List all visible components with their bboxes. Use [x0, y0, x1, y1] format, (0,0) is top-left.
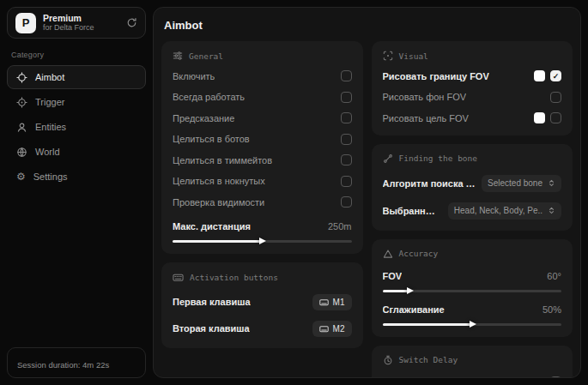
general-card-header: General — [173, 51, 352, 61]
toggle-label: Целиться в ботов — [173, 134, 250, 144]
draw-fov-border-label: Рисовать границу FOV — [383, 71, 489, 81]
selected-bones-value: Head, Neck, Body, Pe.. — [454, 206, 543, 215]
visual-card-header: Visual — [383, 51, 562, 61]
keybind-value: M2 — [333, 324, 345, 334]
second-keybind-button[interactable]: M2 — [312, 321, 352, 337]
sidebar-item-label: World — [35, 147, 60, 157]
slider-thumb[interactable] — [259, 238, 266, 244]
switch-delay-card: Switch Delay Задержка переключения Задер… — [372, 346, 573, 379]
draw-fov-border-row: Рисовать границу FOV — [383, 70, 562, 82]
smoothing-value: 50% — [543, 304, 561, 315]
sidebar-item-aimbot[interactable]: Aimbot — [7, 65, 146, 89]
toggle-row-prediction: Предсказание — [173, 112, 352, 124]
slider-fill — [383, 323, 472, 326]
triangle-icon — [383, 249, 393, 259]
target-knocked-checkbox[interactable] — [341, 176, 352, 187]
trigger-icon — [16, 97, 27, 108]
target-teammates-checkbox[interactable] — [341, 154, 352, 165]
keyboard-icon — [319, 298, 329, 307]
session-duration-label: Session duration: 4m 22s — [17, 360, 109, 370]
draw-fov-border-checkbox[interactable] — [550, 70, 561, 81]
prediction-checkbox[interactable] — [341, 112, 352, 123]
toggle-label: Включить — [173, 71, 215, 81]
general-card-title: General — [189, 51, 223, 61]
brand-subtitle: for Delta Force — [43, 23, 94, 32]
main-panel: Aimbot General — [153, 7, 581, 378]
timer-icon — [383, 355, 393, 365]
first-key-row: Первая клавиша M1 — [173, 294, 352, 310]
bone-algorithm-value: Selected bone — [488, 178, 543, 188]
frame-target-icon — [383, 51, 393, 61]
max-distance-row: Макс. дистанция 250m — [173, 220, 352, 232]
draw-fov-target-row: Рисовать цель FOV — [383, 112, 562, 124]
left-column: General Включить Всегда работать Предска… — [161, 41, 363, 348]
slider-thumb[interactable] — [470, 321, 476, 328]
switch-delay-checkbox[interactable] — [550, 376, 561, 378]
switch-delay-toggle-label: Задержка переключения — [383, 377, 492, 379]
category-label: Category — [11, 51, 146, 59]
bone-algorithm-select[interactable]: Selected bone — [482, 175, 561, 192]
draw-fov-background-checkbox[interactable] — [550, 92, 561, 103]
row-controls — [534, 112, 561, 123]
slider-thumb[interactable] — [407, 287, 414, 294]
fov-row: FOV 60° — [383, 270, 562, 282]
sidebar-item-trigger[interactable]: Trigger — [7, 90, 146, 114]
max-distance-slider[interactable] — [173, 240, 352, 243]
selected-bones-select[interactable]: Head, Neck, Body, Pe.. — [448, 202, 561, 220]
keyboard-icon — [319, 324, 329, 334]
bone-icon — [383, 153, 393, 164]
sidebar-item-world[interactable]: World — [7, 140, 146, 164]
fov-target-color-swatch[interactable] — [534, 112, 545, 123]
fov-label: FOV — [383, 271, 403, 281]
brand-card: P Premium for Delta Force — [7, 7, 146, 39]
right-column: Visual Рисовать границу FOV Рисовать фон… — [372, 41, 573, 378]
brand-title: Premium — [43, 13, 94, 23]
unfold-icon — [548, 207, 555, 214]
selected-bones-label: Выбранные кос — [383, 206, 443, 216]
bone-card-header: Finding the bone — [383, 153, 562, 164]
general-card: General Включить Всегда работать Предска… — [161, 41, 363, 254]
second-key-label: Вторая клавиша — [173, 323, 250, 334]
fov-value: 60° — [547, 271, 561, 281]
visibility-check-checkbox[interactable] — [341, 196, 352, 208]
crosshair-icon — [16, 72, 27, 83]
sidebar-item-label: Aimbot — [35, 72, 64, 82]
keyboard-icon — [173, 272, 184, 283]
content-columns: General Включить Всегда работать Предска… — [154, 41, 580, 378]
first-keybind-button[interactable]: M1 — [312, 294, 352, 310]
globe-icon — [16, 147, 27, 158]
second-key-row: Вторая клавиша M2 — [173, 321, 352, 337]
app-window: P Premium for Delta Force Category Aimbo… — [0, 0, 588, 385]
toggle-label: Проверка видимости — [173, 197, 264, 208]
toggle-row-target-teammates: Целиться в тиммейтов — [173, 154, 352, 166]
toggle-row-target-knocked: Целиться в нокнутых — [173, 175, 352, 187]
accuracy-card-title: Accuracy — [399, 249, 439, 258]
toggle-row-visibility-check: Проверка видимости — [173, 196, 352, 208]
draw-fov-background-row: Рисовать фон FOV — [383, 91, 562, 103]
sync-icon[interactable] — [126, 17, 137, 28]
draw-fov-target-checkbox[interactable] — [550, 112, 561, 123]
switch-delay-card-header: Switch Delay — [383, 355, 562, 365]
gear-icon: ⚙ — [16, 171, 26, 182]
fov-slider[interactable] — [383, 290, 562, 292]
switch-delay-card-title: Switch Delay — [399, 355, 458, 364]
smoothing-row: Сглаживание 50% — [383, 304, 562, 316]
toggle-label: Всегда работать — [173, 92, 245, 102]
activation-card: Activation buttons Первая клавиша M1 — [161, 262, 363, 348]
toggle-row-target-bots: Целиться в ботов — [173, 133, 352, 145]
switch-delay-toggle-row: Задержка переключения — [383, 376, 562, 379]
smoothing-slider[interactable] — [383, 323, 562, 326]
enable-checkbox[interactable] — [341, 70, 352, 81]
keybind-value: M1 — [333, 298, 345, 307]
activation-card-title: Activation buttons — [190, 273, 278, 282]
always-work-checkbox[interactable] — [341, 92, 352, 103]
max-distance-value: 250m — [328, 221, 352, 232]
target-bots-checkbox[interactable] — [341, 134, 352, 145]
bone-algorithm-row: Алгоритм поиска кост Selected bone — [383, 175, 562, 192]
toggle-label: Предсказание — [173, 113, 234, 123]
sidebar-item-settings[interactable]: ⚙ Settings — [7, 165, 146, 189]
fov-border-color-swatch[interactable] — [534, 70, 545, 81]
sidebar: P Premium for Delta Force Category Aimbo… — [7, 7, 146, 378]
sliders-icon — [173, 51, 183, 61]
sidebar-item-entities[interactable]: Entities — [7, 115, 146, 139]
